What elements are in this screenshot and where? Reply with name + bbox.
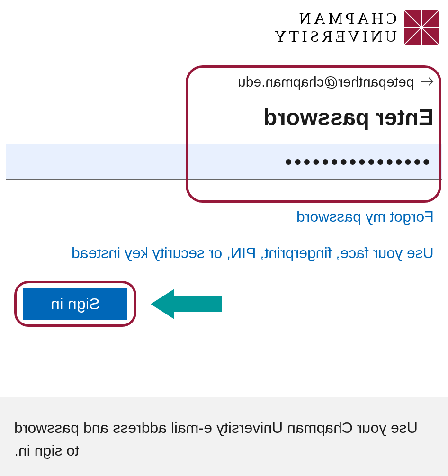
alt-signin-link[interactable]: Use your face, fingerprint, PIN, or secu… — [0, 225, 448, 262]
back-arrow-icon[interactable] — [420, 74, 434, 90]
password-input[interactable]: •••••••••••••••• — [6, 144, 442, 180]
page-title: Enter password — [0, 90, 448, 130]
svg-marker-7 — [151, 289, 222, 319]
org-name-line2: UNIVERSITY — [272, 27, 397, 45]
signin-highlight-box: Sign in — [14, 281, 136, 327]
password-masked-value: •••••••••••••••• — [285, 150, 432, 174]
pointer-arrow-icon — [151, 285, 222, 323]
org-name-line1: CHAPMAN — [296, 9, 397, 27]
account-email: petepanther@chapman.edu — [238, 74, 414, 90]
header: CHAPMAN UNIVERSITY — [0, 0, 448, 50]
account-row[interactable]: petepanther@chapman.edu — [0, 50, 448, 90]
svg-point-5 — [420, 26, 423, 29]
chapman-logo-icon — [404, 10, 439, 45]
forgot-password-link[interactable]: Forgot my password — [0, 180, 448, 225]
footer-help-text: Use your Chapman University e-mail addre… — [0, 397, 448, 476]
org-name: CHAPMAN UNIVERSITY — [272, 9, 397, 45]
signin-button[interactable]: Sign in — [23, 288, 127, 320]
signin-row: Sign in — [0, 262, 448, 327]
